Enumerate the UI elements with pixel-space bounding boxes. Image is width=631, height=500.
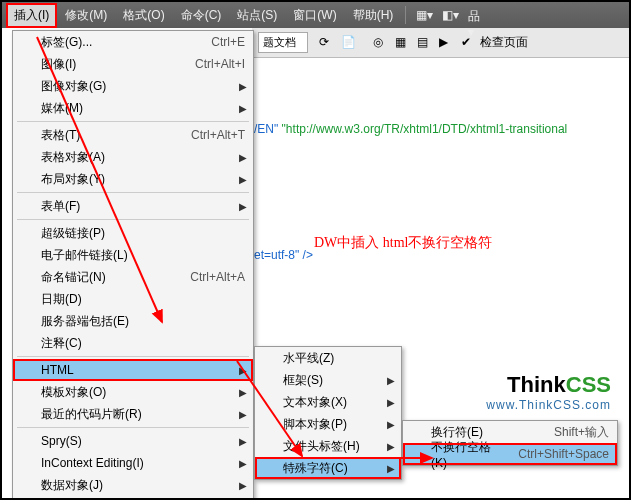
menu-commands[interactable]: 命令(C): [173, 3, 230, 28]
insert-menu: 标签(G)...Ctrl+E图像(I)Ctrl+Alt+I图像对象(G)▶媒体(…: [12, 30, 254, 500]
submenu-arrow-icon: ▶: [239, 201, 247, 212]
insert-menu-item-1[interactable]: 图像(I)Ctrl+Alt+I: [13, 53, 253, 75]
insert-menu-item-22[interactable]: Spry(S)▶: [13, 430, 253, 452]
menu-item-label: 数据对象(J): [41, 477, 245, 494]
menu-item-label: 电子邮件链接(L): [41, 247, 245, 264]
menu-window[interactable]: 窗口(W): [285, 3, 344, 28]
insert-menu-item-6[interactable]: 表格对象(A)▶: [13, 146, 253, 168]
view-icon[interactable]: ◎: [373, 35, 389, 51]
menu-item-label: HTML: [41, 363, 245, 377]
workspace-icon[interactable]: ◧▾: [442, 8, 456, 22]
menu-item-label: 媒体(M): [41, 100, 245, 117]
menubar: 插入(I) 修改(M) 格式(O) 命令(C) 站点(S) 窗口(W) 帮助(H…: [2, 2, 629, 28]
menu-item-label: 表格(T): [41, 127, 171, 144]
submenu-arrow-icon: ▶: [387, 375, 395, 386]
menu-item-label: 模板对象(O): [41, 384, 245, 401]
check-page-label[interactable]: 检查页面: [480, 34, 528, 51]
menu-item-label: 水平线(Z): [283, 350, 393, 367]
grid-icon[interactable]: ▦: [395, 35, 411, 51]
insert-menu-item-9[interactable]: 表单(F)▶: [13, 195, 253, 217]
menu-item-label: 特殊字符(C): [283, 460, 393, 477]
menu-item-label: 服务器端包括(E): [41, 313, 245, 330]
title-field[interactable]: 题文档: [258, 32, 308, 53]
extend-icon[interactable]: 品▾: [468, 8, 482, 22]
html-submenu-item-1[interactable]: 框架(S)▶: [255, 369, 401, 391]
submenu-arrow-icon: ▶: [239, 81, 247, 92]
submenu-arrow-icon: ▶: [387, 441, 395, 452]
insert-menu-item-18[interactable]: HTML▶: [13, 359, 253, 381]
submenu-arrow-icon: ▶: [239, 365, 247, 376]
menu-item-label: 不换行空格(K): [431, 439, 498, 470]
menu-format[interactable]: 格式(O): [115, 3, 172, 28]
menu-modify[interactable]: 修改(M): [57, 3, 115, 28]
ruler-icon[interactable]: ▤: [417, 35, 433, 51]
html-submenu-item-3[interactable]: 脚本对象(P)▶: [255, 413, 401, 435]
menu-item-label: 脚本对象(P): [283, 416, 393, 433]
code-view: /EN" "http://www.w3.org/TR/xhtml1/DTD/xh…: [254, 84, 567, 282]
submenu-arrow-icon: ▶: [387, 397, 395, 408]
insert-menu-item-24[interactable]: 数据对象(J)▶: [13, 474, 253, 496]
submenu-arrow-icon: ▶: [239, 152, 247, 163]
menu-item-label: 注释(C): [41, 335, 245, 352]
submenu-arrow-icon: ▶: [387, 463, 395, 474]
menu-item-label: 布局对象(Y): [41, 171, 245, 188]
submenu-arrow-icon: ▶: [239, 409, 247, 420]
shortcut-label: Ctrl+Alt+T: [191, 128, 245, 142]
insert-menu-item-3[interactable]: 媒体(M)▶: [13, 97, 253, 119]
submenu-arrow-icon: ▶: [239, 103, 247, 114]
shortcut-label: Shift+输入: [554, 424, 609, 441]
menu-help[interactable]: 帮助(H): [345, 3, 402, 28]
menu-insert[interactable]: 插入(I): [6, 3, 57, 28]
menu-site[interactable]: 站点(S): [229, 3, 285, 28]
insert-menu-item-2[interactable]: 图像对象(G)▶: [13, 75, 253, 97]
submenu-arrow-icon: ▶: [239, 458, 247, 469]
shortcut-label: Ctrl+Alt+A: [190, 270, 245, 284]
menu-item-label: 最近的代码片断(R): [41, 406, 245, 423]
insert-menu-item-16[interactable]: 注释(C): [13, 332, 253, 354]
html-submenu-item-2[interactable]: 文本对象(X)▶: [255, 391, 401, 413]
insert-menu-item-7[interactable]: 布局对象(Y)▶: [13, 168, 253, 190]
file-icon[interactable]: 📄: [341, 35, 357, 51]
menu-item-label: 框架(S): [283, 372, 393, 389]
shortcut-label: Ctrl+Alt+I: [195, 57, 245, 71]
menu-item-label: Spry(S): [41, 434, 245, 448]
annotation-text: DW中插入 html不换行空格符: [314, 234, 493, 252]
menu-item-label: 命名锚记(N): [41, 269, 170, 286]
check-icon[interactable]: ✔: [461, 35, 477, 51]
html-submenu-item-4[interactable]: 文件头标签(H)▶: [255, 435, 401, 457]
insert-menu-item-12[interactable]: 电子邮件链接(L): [13, 244, 253, 266]
logo: ThinkCSS www.ThinkCSS.com: [486, 372, 611, 412]
html-submenu-item-5[interactable]: 特殊字符(C)▶: [255, 457, 401, 479]
insert-menu-item-15[interactable]: 服务器端包括(E): [13, 310, 253, 332]
menu-item-label: 日期(D): [41, 291, 245, 308]
insert-menu-item-13[interactable]: 命名锚记(N)Ctrl+Alt+A: [13, 266, 253, 288]
insert-menu-item-0[interactable]: 标签(G)...Ctrl+E: [13, 31, 253, 53]
insert-menu-item-11[interactable]: 超级链接(P): [13, 222, 253, 244]
menu-item-label: 文本对象(X): [283, 394, 393, 411]
menu-item-label: 超级链接(P): [41, 225, 245, 242]
refresh-icon[interactable]: ⟳: [319, 35, 335, 51]
menu-item-label: 文件头标签(H): [283, 438, 393, 455]
submenu-arrow-icon: ▶: [239, 436, 247, 447]
submenu-arrow-icon: ▶: [239, 387, 247, 398]
insert-menu-item-5[interactable]: 表格(T)Ctrl+Alt+T: [13, 124, 253, 146]
submenu-arrow-icon: ▶: [387, 419, 395, 430]
special-chars-submenu: 换行符(E)Shift+输入不换行空格(K)Ctrl+Shift+Space: [402, 420, 618, 466]
menu-item-label: 表单(F): [41, 198, 245, 215]
menu-item-label: 图像对象(G): [41, 78, 245, 95]
submenu-arrow-icon: ▶: [239, 480, 247, 491]
document-toolbar: 题文档 ⟳ 📄 ◎ ▦ ▤ ▶ ✔ 检查页面: [252, 28, 629, 58]
insert-menu-item-23[interactable]: InContext Editing(I)▶: [13, 452, 253, 474]
menu-item-label: 图像(I): [41, 56, 175, 73]
submenu-arrow-icon: ▶: [239, 174, 247, 185]
layout-icon[interactable]: ▦▾: [416, 8, 430, 22]
shortcut-label: Ctrl+E: [211, 35, 245, 49]
special-chars-item-1[interactable]: 不换行空格(K)Ctrl+Shift+Space: [403, 443, 617, 465]
insert-menu-item-19[interactable]: 模板对象(O)▶: [13, 381, 253, 403]
nav-icon[interactable]: ▶: [439, 35, 455, 51]
menu-item-label: 标签(G)...: [41, 34, 191, 51]
html-submenu-item-0[interactable]: 水平线(Z): [255, 347, 401, 369]
insert-menu-item-20[interactable]: 最近的代码片断(R)▶: [13, 403, 253, 425]
menu-item-label: InContext Editing(I): [41, 456, 245, 470]
insert-menu-item-14[interactable]: 日期(D): [13, 288, 253, 310]
